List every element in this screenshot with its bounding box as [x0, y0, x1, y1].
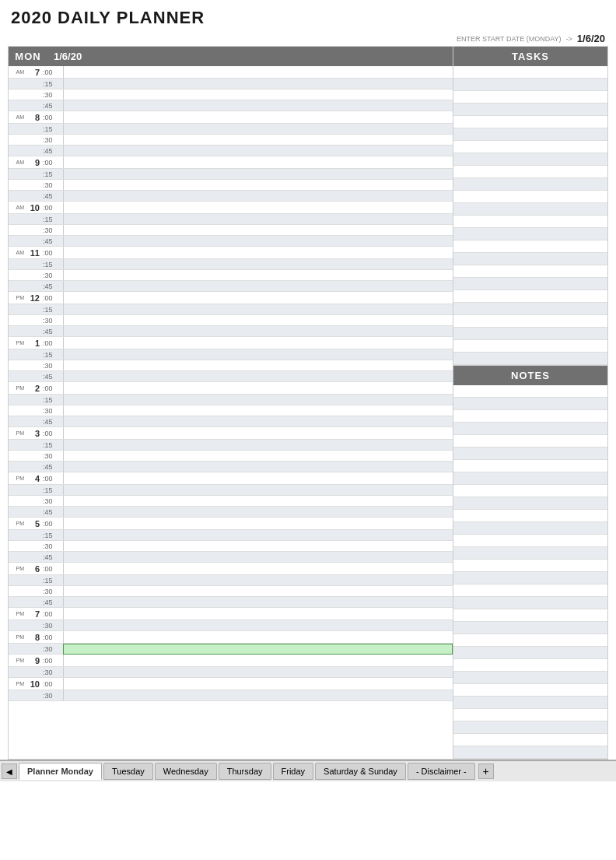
schedule-cell[interactable]	[63, 485, 453, 495]
tab---disclaimer--[interactable]: - Disclaimer -	[408, 763, 475, 780]
schedule-cell[interactable]	[63, 451, 453, 461]
schedule-cell[interactable]	[63, 79, 453, 89]
time-row[interactable]: :30	[9, 90, 453, 100]
note-row[interactable]	[453, 572, 607, 584]
time-row[interactable]: :45	[9, 507, 453, 518]
time-row[interactable]: :30	[9, 180, 453, 191]
schedule-cell[interactable]	[63, 690, 453, 700]
time-row[interactable]: :45	[9, 552, 453, 563]
task-row[interactable]	[453, 141, 607, 153]
time-row[interactable]: AM7:00	[9, 66, 453, 79]
time-row[interactable]: :30	[9, 135, 453, 146]
time-row[interactable]: :15	[9, 214, 453, 225]
time-row[interactable]: :30	[9, 644, 453, 655]
schedule-cell[interactable]	[63, 586, 453, 596]
time-row[interactable]: :45	[9, 371, 453, 382]
schedule-cell[interactable]	[63, 180, 453, 190]
time-row[interactable]: :30	[9, 541, 453, 552]
schedule-cell[interactable]	[63, 678, 453, 690]
task-row[interactable]	[453, 104, 607, 116]
schedule-cell[interactable]	[63, 382, 453, 394]
time-row[interactable]: PM12:00	[9, 292, 453, 304]
schedule-cell[interactable]	[63, 371, 453, 381]
schedule-cell[interactable]	[63, 360, 453, 370]
schedule-cell[interactable]	[63, 247, 453, 258]
time-row[interactable]: PM6:00	[9, 563, 453, 575]
time-row[interactable]: :45	[9, 191, 453, 202]
task-row[interactable]	[453, 278, 607, 290]
schedule-cell[interactable]	[63, 146, 453, 156]
time-row[interactable]: :30	[9, 620, 453, 631]
start-date-value[interactable]: 1/6/20	[577, 33, 605, 44]
task-row[interactable]	[453, 216, 607, 228]
time-row[interactable]: :15	[9, 259, 453, 270]
time-row[interactable]: :15	[9, 575, 453, 586]
schedule-cell[interactable]	[63, 225, 453, 235]
schedule-cell[interactable]	[63, 214, 453, 224]
time-row[interactable]: :30	[9, 315, 453, 326]
task-row[interactable]	[453, 253, 607, 265]
schedule-cell[interactable]	[63, 507, 453, 517]
note-row[interactable]	[453, 472, 607, 485]
time-row[interactable]: :45	[9, 597, 453, 608]
schedule-cell[interactable]	[63, 608, 453, 620]
time-row[interactable]: AM9:00	[9, 156, 453, 169]
tab-add-button[interactable]: +	[478, 763, 494, 779]
schedule-cell[interactable]	[63, 440, 453, 450]
task-row[interactable]	[453, 66, 607, 79]
time-row[interactable]: :45	[9, 281, 453, 292]
schedule-cell[interactable]	[63, 337, 453, 349]
tab-friday[interactable]: Friday	[273, 763, 314, 780]
note-row[interactable]	[453, 448, 607, 460]
schedule-cell[interactable]	[63, 100, 453, 111]
schedule-cell[interactable]	[63, 541, 453, 551]
task-row[interactable]	[453, 265, 607, 278]
note-row[interactable]	[453, 398, 607, 410]
schedule-cell[interactable]	[63, 326, 453, 336]
note-row[interactable]	[453, 709, 607, 721]
schedule-cell[interactable]	[63, 563, 453, 574]
time-row[interactable]: :45	[9, 146, 453, 156]
schedule-cell[interactable]	[63, 90, 453, 100]
schedule-cell[interactable]	[63, 575, 453, 585]
note-row[interactable]	[453, 684, 607, 697]
time-row[interactable]: :15	[9, 440, 453, 451]
task-row[interactable]	[453, 315, 607, 328]
schedule-cell[interactable]	[63, 259, 453, 269]
schedule-cell[interactable]	[63, 292, 453, 304]
time-row[interactable]: :15	[9, 304, 453, 315]
task-row[interactable]	[453, 328, 607, 340]
task-row[interactable]	[453, 166, 607, 178]
schedule-cell[interactable]	[63, 472, 453, 484]
note-row[interactable]	[453, 535, 607, 547]
note-row[interactable]	[453, 485, 607, 497]
note-row[interactable]	[453, 385, 607, 398]
time-row[interactable]: :45	[9, 100, 453, 111]
task-row[interactable]	[453, 303, 607, 315]
schedule-cell[interactable]	[63, 315, 453, 325]
time-row[interactable]: PM4:00	[9, 472, 453, 485]
note-row[interactable]	[453, 460, 607, 472]
note-row[interactable]	[453, 584, 607, 597]
task-row[interactable]	[453, 91, 607, 104]
time-row[interactable]: :30	[9, 586, 453, 597]
time-row[interactable]: :15	[9, 530, 453, 541]
schedule-cell[interactable]	[63, 304, 453, 314]
schedule-cell[interactable]	[63, 427, 453, 439]
schedule-cell[interactable]	[63, 156, 453, 168]
time-row[interactable]: PM1:00	[9, 337, 453, 349]
note-row[interactable]	[453, 547, 607, 560]
schedule-cell[interactable]	[63, 202, 453, 213]
tab-saturday-&-sunday[interactable]: Saturday & Sunday	[315, 763, 406, 780]
time-row[interactable]: :45	[9, 236, 453, 247]
schedule-cell[interactable]	[63, 667, 453, 677]
schedule-cell[interactable]	[63, 620, 453, 630]
tab-thursday[interactable]: Thursday	[219, 763, 271, 780]
time-row[interactable]: :15	[9, 395, 453, 405]
task-row[interactable]	[453, 290, 607, 303]
task-row[interactable]	[453, 203, 607, 216]
time-row[interactable]: PM9:00	[9, 655, 453, 667]
time-row[interactable]: :45	[9, 416, 453, 427]
note-row[interactable]	[453, 647, 607, 659]
note-row[interactable]	[453, 497, 607, 510]
